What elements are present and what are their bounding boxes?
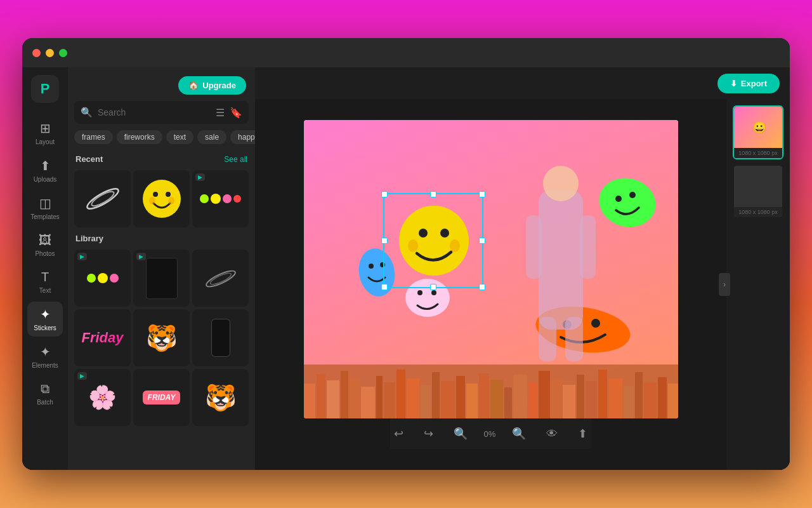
sticker-colored-balls[interactable]: ▶ (192, 170, 249, 227)
sticker-friday-text[interactable]: Friday (74, 309, 131, 366)
tag-text[interactable]: text (166, 130, 193, 144)
canvas-background (304, 120, 678, 418)
sidebar-item-uploads[interactable]: ⬆ Uploads (27, 153, 63, 188)
library-section-header: Library (68, 230, 255, 247)
svg-rect-37 (407, 378, 419, 418)
bookmark-icon[interactable]: 🔖 (230, 107, 242, 119)
thumbnail-preview-1: 😀 (734, 107, 783, 148)
view-button[interactable]: 👁 (542, 424, 561, 444)
zoom-in-button[interactable]: 🔍 (508, 423, 530, 444)
svg-rect-50 (563, 385, 575, 418)
upgrade-button[interactable]: 🏠 Upgrade (178, 76, 246, 95)
svg-rect-49 (551, 378, 561, 418)
sidebar-label-elements: Elements (32, 362, 58, 369)
svg-rect-23 (526, 215, 542, 279)
tag-happ[interactable]: happ (230, 130, 255, 144)
sidebar-item-batch[interactable]: ⧉ Batch (27, 377, 63, 411)
sticker-flower-crown[interactable]: ▶ 🌸 (74, 369, 131, 426)
skyline-svg (304, 364, 678, 418)
zoom-out-button[interactable]: 🔍 (450, 423, 471, 444)
sidebar-label-uploads: Uploads (34, 176, 57, 183)
flower-crown-emoji: 🌸 (88, 384, 117, 411)
sticker-dark-card[interactable]: ▶ (133, 250, 190, 307)
stickers-panel: 🏠 Upgrade 🔍 ☰ 🔖 frames fireworks text sa… (68, 67, 255, 470)
sticker-tiger[interactable]: 🐯 (133, 309, 190, 366)
thumbnail-card-1[interactable]: 😀 1080 x 1080 px (733, 105, 783, 159)
sidebar-item-elements[interactable]: ✦ Elements (27, 339, 63, 374)
svg-point-63 (408, 239, 418, 252)
svg-rect-52 (586, 381, 597, 418)
svg-point-0 (84, 185, 120, 212)
svg-rect-55 (624, 386, 634, 418)
uploads-icon: ⬆ (40, 158, 51, 173)
city-skyline (304, 364, 678, 418)
upgrade-icon: 🏠 (188, 81, 199, 90)
svg-rect-45 (504, 387, 512, 418)
svg-rect-30 (327, 380, 339, 418)
sidebar-item-layout[interactable]: ⊞ Layout (27, 116, 63, 150)
svg-point-3 (153, 192, 158, 197)
library-sticker-grid: ▶ ▶ (68, 247, 255, 429)
undo-button[interactable]: ↩ (390, 423, 407, 444)
canvas-workspace[interactable]: ↩ ↪ 🔍 0% 🔍 👁 ⬆ (255, 99, 726, 470)
tag-fireworks[interactable]: fireworks (117, 130, 162, 144)
svg-rect-40 (441, 381, 455, 418)
sidebar-label-stickers: Stickers (34, 324, 56, 331)
canvas-frame[interactable] (304, 120, 678, 418)
svg-rect-24 (580, 215, 596, 279)
thumbnail-size-label: 1080 x 1080 px (734, 148, 782, 158)
stickers-icon: ✦ (40, 307, 51, 322)
svg-point-20 (431, 290, 436, 295)
tag-sale[interactable]: sale (197, 130, 226, 144)
sidebar-item-stickers[interactable]: ✦ Stickers (27, 302, 63, 337)
sticker-friday-sign[interactable]: FRIDAY (133, 369, 190, 426)
svg-rect-56 (635, 372, 643, 418)
selected-smiley-container[interactable] (386, 196, 481, 288)
person-svg (504, 164, 618, 368)
svg-point-60 (399, 206, 469, 276)
thumbnail-card-2[interactable]: 1080 x 1080 px (733, 164, 783, 218)
canvas-area: ⬇ Export (255, 67, 790, 470)
svg-point-7 (204, 268, 237, 290)
svg-rect-33 (361, 387, 375, 418)
sticker-dark-phone[interactable] (192, 309, 249, 366)
search-input[interactable] (98, 101, 211, 124)
filter-icon[interactable]: ☰ (216, 107, 225, 119)
logo-area[interactable]: P (31, 75, 59, 103)
svg-rect-57 (644, 382, 657, 418)
zoom-value: 0% (484, 429, 496, 439)
recent-section-header: Recent See all (68, 150, 255, 168)
layout-icon: ⊞ (40, 121, 51, 136)
traffic-light-fullscreen[interactable] (59, 49, 67, 57)
svg-point-14 (380, 262, 385, 267)
svg-rect-48 (539, 371, 550, 418)
traffic-lights (32, 49, 67, 57)
svg-rect-41 (456, 376, 465, 418)
library-title: Library (75, 234, 103, 243)
sidebar-label-photos: Photos (35, 250, 55, 257)
sticker-tiger2[interactable]: 🐯 (192, 369, 249, 426)
export-button[interactable]: ⬇ Export (717, 74, 780, 93)
collapse-arrow[interactable]: › (719, 273, 730, 296)
sidebar-item-templates[interactable]: ◫ Templates (27, 190, 63, 225)
sticker-yellow-smiley[interactable] (133, 170, 190, 227)
sidebar-label-templates: Templates (30, 213, 60, 220)
thumbnail-blank-2 (734, 166, 783, 207)
svg-point-6 (168, 197, 174, 204)
sidebar-item-photos[interactable]: 🖼 Photos (27, 228, 63, 262)
recent-title: Recent (75, 154, 103, 164)
redo-button[interactable]: ↪ (420, 423, 437, 444)
sticker-colored-balls-2[interactable]: ▶ (74, 250, 131, 307)
svg-point-61 (419, 229, 428, 237)
templates-icon: ◫ (39, 196, 51, 211)
traffic-light-minimize[interactable] (46, 49, 54, 57)
sticker-saturn[interactable] (192, 250, 249, 307)
tag-frames[interactable]: frames (74, 130, 113, 144)
batch-icon: ⧉ (41, 382, 49, 396)
sidebar-item-text[interactable]: T Text (27, 265, 63, 299)
panel-scroll[interactable]: Recent See all (68, 150, 255, 470)
share-button[interactable]: ⬆ (574, 423, 591, 444)
traffic-light-close[interactable] (32, 49, 41, 57)
see-all-button[interactable]: See all (224, 155, 247, 164)
sticker-swirl[interactable] (74, 170, 131, 227)
